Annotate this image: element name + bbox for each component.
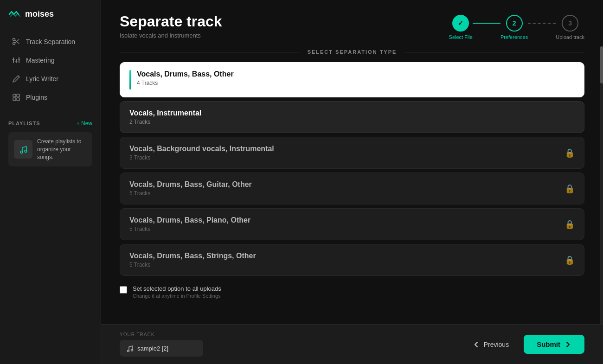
step-3: 3 Upload track xyxy=(556,15,584,40)
sep-option-vocals-drums-bass-other[interactable]: Vocals, Drums, Bass, Other 4 Tracks xyxy=(120,62,584,97)
sep-tracks-3: 5 Tracks xyxy=(129,190,252,197)
playlists-title: PLAYLISTS xyxy=(8,121,40,126)
track-info: YOUR TRACK sample2 [2] xyxy=(120,332,203,357)
sep-option-vocals-bg-instrumental[interactable]: Vocals, Background vocals, Instrumental … xyxy=(120,137,584,169)
sep-tracks-1: 2 Tracks xyxy=(129,119,201,125)
sep-tracks-4: 5 Tracks xyxy=(129,226,250,232)
arrow-right-icon xyxy=(564,341,571,348)
submit-button[interactable]: Submit xyxy=(524,335,584,354)
svg-point-15 xyxy=(25,150,27,153)
page-title-block: Separate track Isolate vocals and instru… xyxy=(120,13,222,39)
main-header: Separate track Isolate vocals and instru… xyxy=(101,0,603,49)
step-3-circle: 3 xyxy=(562,15,578,32)
svg-rect-11 xyxy=(17,94,19,97)
bottom-actions: Previous Submit xyxy=(465,335,584,354)
step-1: ✓ Select File xyxy=(449,15,473,40)
step-3-label: Upload track xyxy=(556,34,584,40)
sidebar-item-label-plugins: Plugins xyxy=(26,94,47,101)
scissors-icon xyxy=(12,38,20,46)
svg-rect-4 xyxy=(13,57,14,63)
sep-name-1: Vocals, Instrumental xyxy=(129,109,201,117)
sep-name-0: Vocals, Drums, Bass, Other xyxy=(137,70,234,78)
sidebar-item-mastering[interactable]: Mastering xyxy=(4,51,97,69)
previous-label: Previous xyxy=(484,341,509,348)
checkbox-hint: Change it at anytime in Profile Settings xyxy=(133,293,221,299)
section-line-right xyxy=(404,52,584,52)
step-connector-2 xyxy=(528,23,556,24)
sidebar-item-lyric-writer[interactable]: Lyric Writer xyxy=(4,70,97,88)
sep-name-5: Vocals, Drums, Bass, Strings, Other xyxy=(129,252,256,260)
svg-line-3 xyxy=(15,39,19,43)
section-title: SELECT SEPARATION TYPE xyxy=(308,49,397,55)
svg-point-16 xyxy=(128,350,129,352)
main-content: Separate track Isolate vocals and instru… xyxy=(101,0,603,364)
svg-point-17 xyxy=(131,349,133,351)
step-connector-1 xyxy=(473,23,500,24)
svg-rect-10 xyxy=(13,94,16,97)
section-line-left xyxy=(120,52,300,52)
step-1-label: Select File xyxy=(449,34,473,40)
stepper: ✓ Select File 2 Preferences 3 Upload tra… xyxy=(449,13,584,40)
sep-option-vocals-drums-bass-strings[interactable]: Vocals, Drums, Bass, Strings, Other 5 Tr… xyxy=(120,244,584,276)
svg-line-2 xyxy=(15,40,19,44)
checkbox-row: Set selected option to all uploads Chang… xyxy=(120,285,584,299)
track-filename: sample2 [2] xyxy=(137,345,168,352)
content-area: SELECT SEPARATION TYPE Vocals, Drums, Ba… xyxy=(101,49,603,364)
lock-icon-5: 🔒 xyxy=(565,255,575,265)
new-playlist-button[interactable]: + New xyxy=(77,120,92,127)
sep-tracks-2: 3 Tracks xyxy=(129,154,274,161)
sep-name-4: Vocals, Drums, Bass, Piano, Other xyxy=(129,216,250,224)
playlists-header: PLAYLISTS + New xyxy=(8,120,92,127)
sep-name-3: Vocals, Drums, Bass, Guitar, Other xyxy=(129,180,252,189)
scroll-track[interactable] xyxy=(600,46,603,327)
svg-point-0 xyxy=(13,38,15,41)
playlist-promo-text: Create playlists to organize your songs. xyxy=(37,138,87,161)
page-subtitle: Isolate vocals and instruments xyxy=(120,32,222,39)
sep-option-vocals-drums-bass-piano[interactable]: Vocals, Drums, Bass, Piano, Other 5 Trac… xyxy=(120,208,584,240)
playlist-thumbnail xyxy=(14,140,32,159)
lock-icon-3: 🔒 xyxy=(565,184,575,194)
step-1-circle: ✓ xyxy=(452,15,469,32)
lock-icon-4: 🔒 xyxy=(565,219,575,230)
logo[interactable]: moises xyxy=(0,0,101,28)
sep-option-vocals-drums-bass-guitar[interactable]: Vocals, Drums, Bass, Guitar, Other 5 Tra… xyxy=(120,172,584,204)
submit-label: Submit xyxy=(537,340,560,348)
separation-list: Vocals, Drums, Bass, Other 4 Tracks Voca… xyxy=(120,62,584,276)
step-2: 2 Preferences xyxy=(500,15,528,40)
arrow-left-icon xyxy=(473,341,480,348)
lock-icon-2: 🔒 xyxy=(565,148,575,158)
sidebar-item-label-mastering: Mastering xyxy=(26,57,54,64)
logo-text: moises xyxy=(25,9,54,19)
section-title-bar: SELECT SEPARATION TYPE xyxy=(120,49,584,55)
sep-accent xyxy=(129,70,131,89)
sidebar-item-plugins[interactable]: Plugins xyxy=(4,89,97,106)
pencil-icon xyxy=(12,75,20,83)
sidebar: moises Track Separation Mastering xyxy=(0,0,101,364)
sidebar-item-label-track-separation: Track Separation xyxy=(26,38,75,45)
sep-name-2: Vocals, Background vocals, Instrumental xyxy=(129,145,274,153)
sliders-icon xyxy=(12,56,20,64)
checkbox-label: Set selected option to all uploads xyxy=(133,285,221,292)
scroll-thumb[interactable] xyxy=(600,46,603,83)
sep-tracks-0: 4 Tracks xyxy=(137,80,234,86)
step-2-circle: 2 xyxy=(506,15,523,32)
step-2-label: Preferences xyxy=(500,34,528,40)
sidebar-item-label-lyric-writer: Lyric Writer xyxy=(26,75,58,83)
bottom-bar: YOUR TRACK sample2 [2] Previous Submit xyxy=(101,324,603,364)
previous-button[interactable]: Previous xyxy=(465,336,516,353)
page-title: Separate track xyxy=(120,13,222,30)
track-music-icon xyxy=(126,345,134,352)
playlist-promo: Create playlists to organize your songs. xyxy=(8,132,92,166)
playlists-section: PLAYLISTS + New Create playlists to orga… xyxy=(0,111,101,171)
svg-point-14 xyxy=(20,151,23,153)
set-all-uploads-checkbox[interactable] xyxy=(120,286,127,294)
svg-rect-12 xyxy=(13,98,16,101)
svg-point-1 xyxy=(13,43,15,45)
grid-icon xyxy=(12,93,20,102)
svg-rect-13 xyxy=(17,98,19,101)
sidebar-nav: Track Separation Mastering Lyric Writer xyxy=(0,28,101,111)
sep-option-vocals-instrumental[interactable]: Vocals, Instrumental 2 Tracks xyxy=(120,101,584,133)
sep-tracks-5: 5 Tracks xyxy=(129,262,256,268)
track-name-box: sample2 [2] xyxy=(120,340,203,357)
sidebar-item-track-separation[interactable]: Track Separation xyxy=(4,33,97,51)
